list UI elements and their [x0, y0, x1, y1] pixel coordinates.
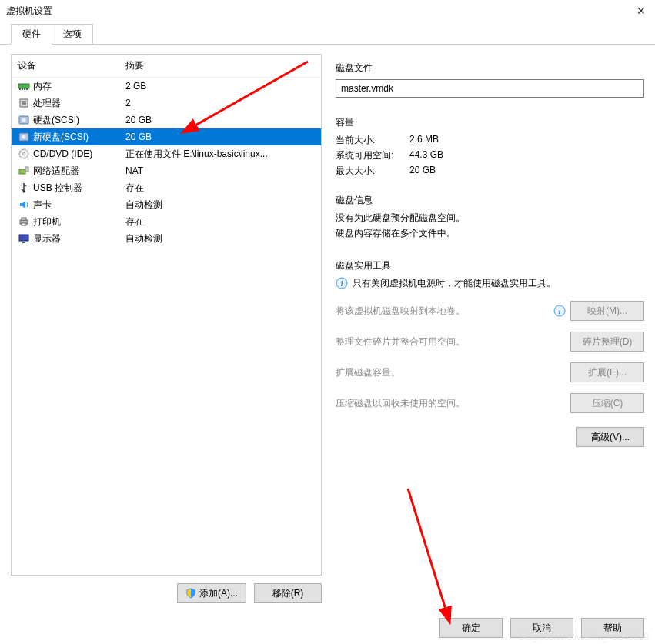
hardware-row[interactable]: 打印机存在: [12, 213, 321, 230]
advanced-button[interactable]: 高级(V)...: [576, 427, 644, 447]
cd-icon: [18, 148, 30, 160]
current-size-row: 当前大小: 2.6 MB: [336, 134, 644, 147]
defrag-button: 碎片整理(D): [570, 332, 644, 352]
disk-icon: [18, 131, 30, 143]
compact-button: 压缩(C): [570, 393, 644, 413]
max-size-value: 20 GB: [409, 165, 436, 178]
svg-point-10: [22, 135, 26, 139]
hardware-summary: 自动检测: [125, 232, 321, 245]
hardware-row[interactable]: 内存2 GB: [12, 78, 321, 95]
free-space-row: 系统可用空间: 44.3 GB: [336, 149, 644, 162]
svg-rect-0: [18, 84, 29, 88]
header-summary: 摘要: [125, 59, 321, 72]
detail-panel: 磁盘文件 容量 当前大小: 2.6 MB 系统可用空间: 44.3 GB 最大大…: [336, 54, 644, 603]
hardware-summary: 自动检测: [125, 199, 321, 212]
hardware-summary: 正在使用文件 E:\linux-basic\linux...: [125, 148, 321, 161]
map-button: 映射(M)...: [570, 301, 644, 321]
hardware-row[interactable]: 显示器自动检测: [12, 230, 321, 247]
add-button[interactable]: 添加(A)...: [177, 583, 246, 603]
hardware-list-body: 内存2 GB处理器2硬盘(SCSI)20 GB新硬盘(SCSI)20 GBCD/…: [12, 78, 321, 247]
hardware-summary: 2: [125, 98, 321, 108]
add-button-label: 添加(A)...: [199, 587, 238, 600]
diskfile-input[interactable]: [336, 79, 644, 98]
hardware-name: 显示器: [33, 232, 125, 245]
net-icon: [18, 165, 30, 177]
svg-rect-4: [26, 88, 28, 90]
hardware-summary: 存在: [125, 215, 321, 229]
hardware-row[interactable]: USB 控制器存在: [12, 179, 321, 196]
svg-rect-2: [22, 88, 23, 90]
close-icon[interactable]: ✕: [637, 5, 646, 17]
hardware-name: 打印机: [33, 215, 125, 229]
svg-rect-13: [19, 169, 25, 174]
disk-icon: [18, 114, 30, 126]
current-size-value: 2.6 MB: [409, 134, 439, 147]
window-title: 虚拟机设置: [6, 5, 52, 18]
tab-options[interactable]: 选项: [52, 24, 93, 44]
hardware-name: CD/DVD (IDE): [33, 148, 125, 159]
capacity-label: 容量: [336, 116, 644, 129]
svg-rect-1: [19, 88, 21, 90]
display-icon: [18, 232, 30, 245]
header-device: 设备: [18, 59, 125, 72]
svg-text:i: i: [558, 306, 560, 315]
svg-rect-18: [22, 223, 26, 225]
printer-icon: [18, 215, 30, 228]
map-desc: 将该虚拟机磁盘映射到本地卷。: [336, 305, 465, 318]
hardware-name: 硬盘(SCSI): [33, 114, 125, 127]
util-label: 磁盘实用工具: [336, 259, 644, 272]
svg-rect-19: [19, 235, 28, 241]
titlebar: 虚拟机设置 ✕: [0, 0, 655, 22]
defrag-desc: 整理文件碎片并整合可用空间。: [336, 335, 465, 349]
util-note-text: 只有关闭虚拟机电源时，才能使用磁盘实用工具。: [353, 277, 556, 290]
ok-button[interactable]: 确定: [439, 618, 503, 638]
watermark: blog.csdn.net/weixin_40543818: [520, 632, 649, 642]
diskinfo-text-1: 没有为此硬盘预分配磁盘空间。: [336, 212, 644, 225]
memory-icon: [18, 80, 30, 92]
remove-button[interactable]: 移除(R): [254, 583, 322, 603]
hardware-name: USB 控制器: [33, 182, 125, 195]
hardware-name: 声卡: [33, 199, 125, 212]
info-icon: i: [553, 305, 566, 317]
hardware-row[interactable]: 硬盘(SCSI)20 GB: [12, 112, 321, 128]
hardware-summary: NAT: [125, 165, 321, 176]
svg-point-8: [22, 118, 26, 122]
hardware-name: 内存: [33, 80, 125, 93]
hardware-summary: 20 GB: [125, 115, 321, 125]
hardware-row[interactable]: 网络适配器NAT: [12, 162, 321, 179]
hardware-name: 处理器: [33, 97, 125, 110]
sound-icon: [18, 199, 30, 211]
tab-strip: 硬件 选项: [0, 22, 655, 45]
svg-point-15: [23, 191, 25, 193]
hardware-row[interactable]: 新硬盘(SCSI)20 GB: [12, 128, 321, 145]
cpu-icon: [18, 97, 30, 109]
tab-hardware[interactable]: 硬件: [11, 24, 52, 45]
hardware-row[interactable]: CD/DVD (IDE)正在使用文件 E:\linux-basic\linux.…: [12, 145, 321, 162]
free-space-label: 系统可用空间:: [336, 149, 409, 162]
max-size-label: 最大大小:: [336, 165, 409, 178]
diskinfo-text-2: 硬盘内容存储在多个文件中。: [336, 227, 644, 240]
hardware-list: 设备 摘要 内存2 GB处理器2硬盘(SCSI)20 GB新硬盘(SCSI)20…: [11, 54, 322, 576]
svg-rect-17: [22, 218, 26, 220]
expand-desc: 扩展磁盘容量。: [336, 366, 400, 379]
diskinfo-label: 磁盘信息: [336, 194, 644, 207]
svg-rect-3: [24, 88, 25, 90]
shield-icon: [185, 588, 196, 599]
svg-point-12: [23, 153, 25, 155]
svg-rect-20: [22, 242, 25, 243]
hardware-row[interactable]: 处理器2: [12, 95, 321, 112]
svg-rect-14: [25, 167, 28, 172]
hardware-summary: 2 GB: [125, 81, 321, 92]
diskfile-label: 磁盘文件: [336, 62, 644, 75]
current-size-label: 当前大小:: [336, 134, 409, 147]
hardware-summary: 20 GB: [125, 132, 321, 142]
hardware-name: 新硬盘(SCSI): [33, 131, 125, 144]
hardware-list-header: 设备 摘要: [12, 55, 321, 78]
compact-desc: 压缩磁盘以回收未使用的空间。: [336, 397, 465, 410]
hardware-row[interactable]: 声卡自动检测: [12, 196, 321, 213]
free-space-value: 44.3 GB: [409, 149, 443, 162]
info-icon: i: [336, 277, 348, 289]
svg-rect-6: [22, 101, 26, 105]
svg-text:i: i: [340, 279, 343, 288]
usb-icon: [18, 182, 30, 194]
